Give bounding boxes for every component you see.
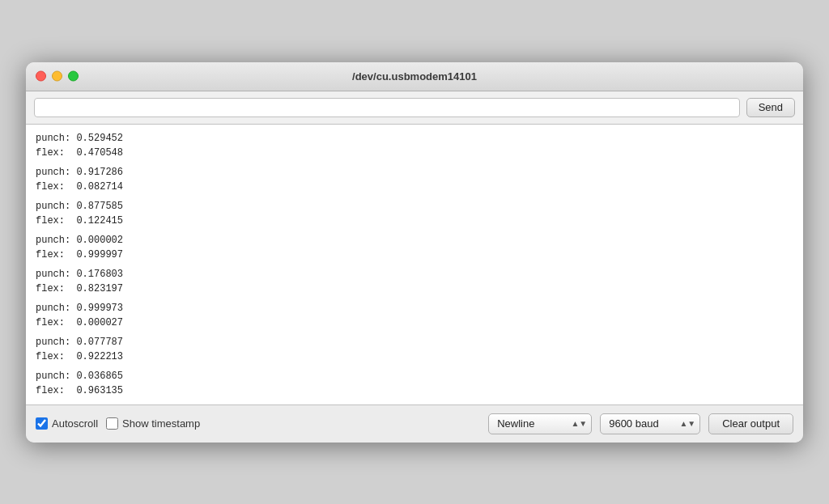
autoscroll-group[interactable]: Autoscroll — [36, 417, 98, 430]
output-line: punch: 0.529452 — [36, 131, 793, 146]
title-bar: /dev/cu.usbmodem14101 — [26, 62, 803, 91]
output-line: punch: 0.000002 — [36, 233, 793, 248]
output-area[interactable]: punch: 0.529452flex: 0.470548punch: 0.91… — [26, 125, 803, 405]
newline-select[interactable]: NewlineNo line endingCarriage returnBoth… — [488, 413, 592, 434]
output-line: flex: 0.963135 — [36, 383, 793, 398]
maximize-button[interactable] — [68, 71, 79, 82]
output-line: flex: 0.082714 — [36, 180, 793, 194]
baud-select[interactable]: 300 baud1200 baud2400 baud4800 baud9600 … — [600, 413, 700, 434]
output-line: punch: 0.917286 — [36, 165, 793, 180]
show-timestamp-label: Show timestamp — [122, 417, 200, 430]
window-title: /dev/cu.usbmodem14101 — [352, 70, 477, 83]
output-line: flex: 0.122415 — [36, 214, 793, 228]
status-bar: Autoscroll Show timestamp NewlineNo line… — [26, 405, 803, 443]
output-line: punch: 0.176803 — [36, 267, 793, 282]
main-window: /dev/cu.usbmodem14101 Send punch: 0.5294… — [26, 62, 803, 443]
send-input[interactable] — [34, 98, 740, 117]
autoscroll-label: Autoscroll — [52, 417, 98, 430]
show-timestamp-group[interactable]: Show timestamp — [106, 417, 200, 430]
output-line: flex: 0.000027 — [36, 316, 793, 330]
minimize-button[interactable] — [52, 71, 62, 82]
send-button[interactable]: Send — [746, 98, 795, 117]
newline-select-wrapper: NewlineNo line endingCarriage returnBoth… — [488, 413, 592, 434]
output-line: flex: 0.999997 — [36, 248, 793, 262]
show-timestamp-checkbox[interactable] — [106, 417, 118, 430]
close-button[interactable] — [36, 71, 46, 82]
output-line: flex: 0.922213 — [36, 349, 793, 364]
clear-output-button[interactable]: Clear output — [708, 413, 793, 434]
output-line: flex: 0.823197 — [36, 282, 793, 296]
output-line: punch: 0.077787 — [36, 335, 793, 349]
output-line: punch: 0.877585 — [36, 199, 793, 214]
baud-select-wrapper: 300 baud1200 baud2400 baud4800 baud9600 … — [600, 413, 700, 434]
output-line: punch: 0.036865 — [36, 369, 793, 383]
output-line: flex: 0.470548 — [36, 146, 793, 160]
output-line: punch: 0.999973 — [36, 301, 793, 316]
autoscroll-checkbox[interactable] — [36, 417, 48, 430]
traffic-lights — [36, 71, 79, 82]
toolbar: Send — [26, 91, 803, 125]
